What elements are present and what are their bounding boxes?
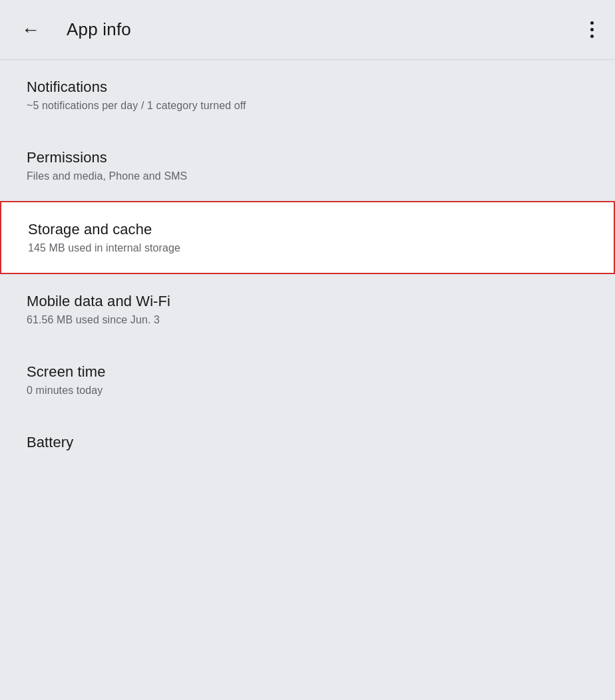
- screen-time-title: Screen time: [27, 363, 588, 381]
- more-dots-icon: [590, 21, 594, 38]
- notifications-title: Notifications: [27, 79, 588, 96]
- mobile-data-subtitle: 61.56 MB used since Jun. 3: [27, 314, 588, 326]
- dot: [590, 21, 594, 25]
- dot: [590, 35, 594, 38]
- notifications-subtitle: ~5 notifications per day / 1 category tu…: [27, 100, 588, 112]
- settings-list: Notifications ~5 notifications per day /…: [0, 60, 615, 474]
- storage-and-cache-subtitle: 145 MB used in internal storage: [28, 242, 587, 254]
- notifications-item[interactable]: Notifications ~5 notifications per day /…: [0, 60, 615, 130]
- battery-title: Battery: [27, 434, 588, 451]
- app-bar: ← App info: [0, 0, 615, 60]
- mobile-data-title: Mobile data and Wi-Fi: [27, 293, 588, 310]
- permissions-subtitle: Files and media, Phone and SMS: [27, 170, 588, 182]
- dot: [590, 28, 594, 31]
- storage-and-cache-item[interactable]: Storage and cache 145 MB used in interna…: [0, 201, 615, 274]
- permissions-title: Permissions: [27, 149, 588, 166]
- storage-and-cache-title: Storage and cache: [28, 221, 587, 238]
- header-left: ← App info: [16, 14, 131, 46]
- more-options-button[interactable]: [585, 16, 599, 43]
- back-button[interactable]: ←: [16, 14, 45, 46]
- page-title: App info: [67, 19, 131, 40]
- screen-time-subtitle: 0 minutes today: [27, 385, 588, 397]
- screen-time-item[interactable]: Screen time 0 minutes today: [0, 345, 615, 415]
- back-arrow-icon: ←: [21, 19, 40, 41]
- battery-item[interactable]: Battery: [0, 415, 615, 474]
- mobile-data-item[interactable]: Mobile data and Wi-Fi 61.56 MB used sinc…: [0, 274, 615, 345]
- permissions-item[interactable]: Permissions Files and media, Phone and S…: [0, 130, 615, 201]
